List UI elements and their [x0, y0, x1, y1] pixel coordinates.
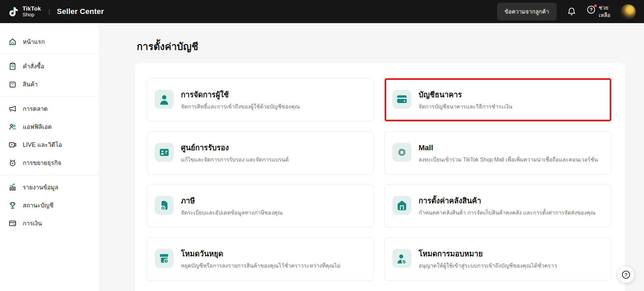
tiktok-note-icon	[8, 5, 19, 18]
tax-document-icon	[155, 196, 174, 215]
bank-card-icon	[392, 90, 411, 109]
tiktok-shop-logo[interactable]: TikTok Shop	[8, 5, 41, 18]
card-title: บัญชีธนาคาร	[419, 90, 512, 100]
user-avatar[interactable]	[621, 4, 636, 19]
sidebar-divider	[0, 54, 99, 54]
settings-card-delegation-mode[interactable]: โหมดการมอบหมาย อนุญาตให้ผู้ใช้เข้าสู่ระบ…	[385, 237, 611, 280]
card-description: จัดการบัญชีธนาคารและวิธีการชำระเงิน	[419, 102, 512, 111]
live-video-camera-icon	[8, 140, 17, 149]
card-title: ศูนย์การรับรอง	[181, 143, 289, 153]
logo-line-tiktok: TikTok	[22, 6, 41, 12]
card-description: หยุดบัญชีหรือการลงรายการสินค้าของคุณไว้ช…	[181, 261, 340, 270]
sidebar-item-finance[interactable]: การเงิน	[0, 214, 99, 232]
sidebar-divider	[0, 175, 99, 175]
logo-wordmark: TikTok Shop	[22, 6, 41, 18]
sidebar-item-label: รายงานข้อมูล	[23, 183, 58, 192]
help-label: ช่วย เหลือ	[599, 4, 610, 19]
sidebar-nav: หน้าแรก คำสั่งซื้อ สินค้า	[0, 23, 99, 291]
sidebar-item-live-video[interactable]: LIVE และวิดีโอ	[0, 136, 99, 154]
notification-dot	[594, 4, 597, 7]
help-menu[interactable]: ? ช่วย เหลือ	[587, 4, 610, 19]
app-title: Seller Center	[57, 7, 104, 16]
sidebar-divider	[0, 96, 99, 97]
sidebar-item-label: สินค้า	[23, 80, 38, 89]
marketing-megaphone-icon	[8, 104, 17, 113]
svg-text:?: ?	[590, 7, 593, 12]
sidebar-item-label: คำสั่งซื้อ	[23, 62, 44, 71]
floating-help-button[interactable]: ?	[618, 267, 634, 283]
products-bag-icon	[8, 80, 17, 89]
card-description: ลงทะเบียนเข้าร่วม TikTok Shop Mall เพื่อ…	[419, 155, 598, 164]
certification-badge-icon	[155, 143, 174, 162]
page-title: การตั้งค่าบัญชี	[137, 39, 625, 54]
data-reports-chart-icon	[8, 183, 17, 192]
delegation-user-check-icon	[392, 249, 411, 268]
mall-star-icon	[392, 143, 411, 162]
sidebar-item-growth[interactable]: การขยายธุรกิจ	[0, 154, 99, 172]
sidebar-item-label: สถานะบัญชี	[23, 201, 53, 210]
sidebar-item-label: การขยายธุรกิจ	[23, 158, 61, 168]
sidebar-item-orders[interactable]: คำสั่งซื้อ	[0, 57, 99, 75]
question-circle-icon: ?	[621, 270, 631, 279]
sidebar-item-label: LIVE และวิดีโอ	[23, 140, 62, 150]
sidebar-item-account-health[interactable]: สถานะบัญชี	[0, 196, 99, 214]
help-question-icon: ?	[587, 5, 596, 16]
card-description: จัดระเบียบและอัปเดตข้อมูลทางภาษีของคุณ	[181, 208, 283, 217]
card-title: Mall	[419, 143, 598, 153]
card-title: การจัดการผู้ใช้	[181, 90, 300, 100]
settings-card-certification-center[interactable]: ศูนย์การรับรอง แก้ไขและจัดการการรับรอง แ…	[147, 131, 374, 174]
top-header-bar: TikTok Shop | Seller Center ข้อความจากลู…	[0, 0, 644, 23]
settings-card-holiday-mode[interactable]: โหมดวันหยุด หยุดบัญชีหรือการลงรายการสินค…	[147, 237, 374, 280]
main-content: การตั้งค่าบัญชี การจัดการผู้ใช้ จัดการสิ…	[99, 23, 644, 291]
affiliate-people-icon	[8, 122, 17, 131]
sidebar-item-label: หน้าแรก	[23, 37, 45, 47]
sidebar-item-products[interactable]: สินค้า	[0, 75, 99, 93]
settings-card-tax[interactable]: ภาษี จัดระเบียบและอัปเดตข้อมูลทางภาษีของ…	[147, 184, 374, 227]
help-label-line1: ช่วย	[599, 4, 610, 12]
orders-clipboard-icon	[8, 62, 17, 71]
settings-card-bank-account[interactable]: บัญชีธนาคาร จัดการบัญชีธนาคารและวิธีการช…	[385, 78, 611, 121]
sidebar-item-data-reports[interactable]: รายงานข้อมูล	[0, 178, 99, 196]
customer-messages-button[interactable]: ข้อความจากลูกค้า	[497, 3, 557, 20]
sidebar-item-home[interactable]: หน้าแรก	[0, 33, 99, 51]
sidebar-item-label: การตลาด	[23, 104, 48, 114]
account-settings-panel: การจัดการผู้ใช้ จัดการสิทธิ์และการเข้าถึ…	[135, 63, 625, 291]
card-title: ภาษี	[181, 196, 283, 206]
card-description: จัดการสิทธิ์และการเข้าถึงของผู้ใช้ด้วยบั…	[181, 102, 300, 111]
business-growth-icon	[8, 158, 17, 167]
home-icon	[8, 37, 17, 46]
card-description: กำหนดค่าคลังสินค้า การจัดเก็บสินค้าคงคลั…	[419, 208, 595, 217]
sidebar-item-label: การเงิน	[23, 219, 42, 228]
sidebar-item-label: แอฟฟิลิเอต	[23, 122, 52, 132]
notification-bell-icon[interactable]	[567, 7, 576, 16]
card-description: แก้ไขและจัดการการรับรอง และจัดการแบรนด์	[181, 155, 289, 164]
sidebar-item-marketing[interactable]: การตลาด	[0, 100, 99, 118]
svg-text:?: ?	[625, 272, 628, 277]
finance-card-icon	[8, 219, 17, 228]
logo-line-shop: Shop	[22, 12, 41, 17]
warehouse-icon	[392, 196, 411, 215]
sidebar-item-affiliate[interactable]: แอฟฟิลิเอต	[0, 118, 99, 136]
card-title: การตั้งค่าคลังสินค้า	[419, 196, 595, 206]
card-title: โหมดการมอบหมาย	[419, 249, 557, 259]
help-label-line2: เหลือ	[599, 12, 610, 19]
settings-card-mall[interactable]: Mall ลงทะเบียนเข้าร่วม TikTok Shop Mall …	[385, 131, 611, 174]
header-separator: |	[48, 8, 50, 15]
holiday-mode-store-icon	[155, 249, 174, 268]
card-title: โหมดวันหยุด	[181, 249, 340, 259]
user-management-icon	[155, 90, 174, 109]
settings-card-user-management[interactable]: การจัดการผู้ใช้ จัดการสิทธิ์และการเข้าถึ…	[147, 78, 374, 121]
account-health-trophy-icon	[8, 201, 17, 210]
card-description: อนุญาตให้ผู้ใช้เข้าสู่ระบบการเข้าถึงบัญช…	[419, 261, 557, 270]
settings-card-warehouse[interactable]: การตั้งค่าคลังสินค้า กำหนดค่าคลังสินค้า …	[385, 184, 611, 227]
